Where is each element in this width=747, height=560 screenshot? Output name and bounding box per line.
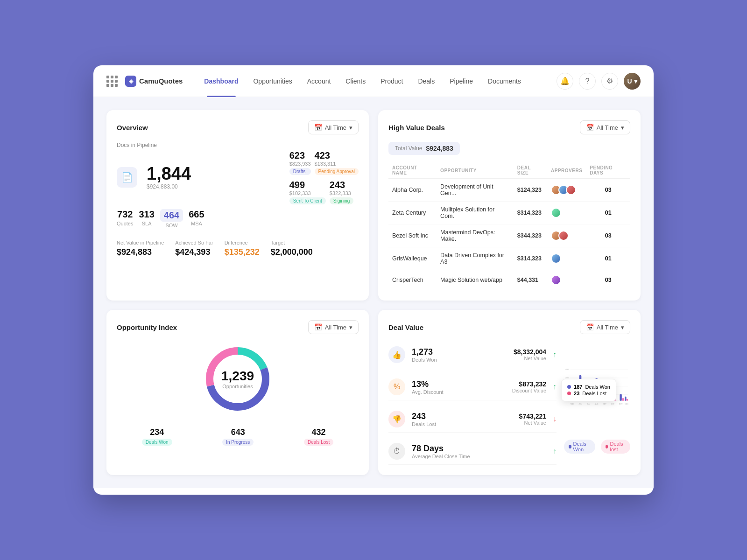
total-value-amount: $924,883 <box>426 145 453 152</box>
overview-header: Overview 📅 All Time ▾ <box>117 120 359 134</box>
settings-button[interactable]: ⚙ <box>601 73 618 90</box>
svg-text:MAY: MAY <box>571 403 574 405</box>
high-value-filter-btn[interactable]: 📅 All Time ▾ <box>580 120 630 134</box>
stat-msa-num: 665 <box>189 209 204 220</box>
deal-approvers <box>547 179 586 202</box>
deal-account: Bezel Soft Inc <box>388 224 437 247</box>
donut-center: 1,239 Opportunities <box>221 369 254 389</box>
svg-rect-29 <box>627 399 628 401</box>
overview-filter-label: All Time <box>325 124 346 131</box>
metric-difference: Difference $135,232 <box>225 240 260 257</box>
avatar <box>551 208 561 218</box>
svg-rect-28 <box>625 397 627 401</box>
donut-section: 1,239 Opportunities 234 Deals Won 643 In… <box>117 342 359 446</box>
deal-account: GrisWalleque <box>388 247 437 270</box>
docs-right-stats: 623 $823,933 Drafts 423 $133,311 Pending… <box>289 150 359 204</box>
high-value-filter-label: All Time <box>597 124 618 131</box>
stat-quotes-label: Quotes <box>117 221 133 226</box>
dm-close-main: 78 Days Average Deal Close Time <box>412 444 540 459</box>
diff-label: Difference <box>225 240 260 245</box>
table-row: GrisWalleque Data Driven Complex for A3 … <box>388 247 630 270</box>
opp-won-num: 234 <box>142 427 172 437</box>
dm-close-label: Average Deal Close Time <box>412 454 540 459</box>
avatar <box>558 231 569 241</box>
svg-rect-27 <box>622 398 624 400</box>
deal-value-filter-btn[interactable]: 📅 All Time ▾ <box>580 320 630 334</box>
hv-chevron-down-icon: ▾ <box>621 124 624 131</box>
opp-leg-lost: 432 Deals Lost <box>304 427 333 446</box>
nav-links: Dashboard Opportunities Account Clients … <box>197 74 553 89</box>
overview-filter-btn[interactable]: 📅 All Time ▾ <box>308 120 359 134</box>
logo[interactable]: ◈ CamuQuotes <box>125 76 183 87</box>
dm-won-icon: 👍 <box>388 346 405 363</box>
pending-val: $133,311 <box>315 161 359 167</box>
notifications-button[interactable]: 🔔 <box>557 73 573 90</box>
logo-icon: ◈ <box>125 76 136 87</box>
nav-clients[interactable]: Clients <box>339 74 372 89</box>
dm-row-discount: % 13% Avg. Discount $873,232 Discount Va… <box>388 374 557 400</box>
tt-won-num: 187 <box>574 384 582 390</box>
nav-account[interactable]: Account <box>301 74 338 89</box>
nav-deals[interactable]: Deals <box>411 74 441 89</box>
deals-table: ACCOUNT NAME OPPORTUNITY DEAL SIZE APPRO… <box>388 162 630 290</box>
sent-val: $102,333 <box>289 190 326 196</box>
dm-row-close: ⏱ 78 Days Average Deal Close Time ↑ <box>388 438 557 465</box>
dm-lost-trend-icon: ↓ <box>553 415 557 423</box>
metric-achieved: Achieved So Far $424,393 <box>175 240 213 257</box>
target-value: $2,000,000 <box>271 247 313 257</box>
opp-title: Opportunity Index <box>117 323 177 331</box>
net-value-label: Net Value in Pipeline <box>117 240 164 245</box>
dm-close-icon: ⏱ <box>388 443 405 460</box>
table-row: Zeta Century Mulitplex Solution for Com.… <box>388 202 630 224</box>
stat-quotes: 732 Quotes <box>117 209 133 228</box>
dm-lost-icon: 👎 <box>388 411 405 427</box>
opp-sub: Opportunities <box>221 384 254 389</box>
svg-text:OCT: OCT <box>611 403 615 405</box>
deal-size: $344,323 <box>514 224 547 247</box>
dm-discount-label: Avg. Discount <box>412 389 506 395</box>
nav-dashboard[interactable]: Dashboard <box>197 74 245 89</box>
legend-lost-dot <box>606 445 608 448</box>
svg-rect-26 <box>620 394 621 401</box>
deal-account: CrisperTech <box>388 270 437 290</box>
signing-badge: Sigining <box>330 197 354 204</box>
stat-sla-num: 313 <box>139 209 154 220</box>
nav-opportunities[interactable]: Opportunities <box>247 74 298 89</box>
stat-pair-signing: 243 $322,333 Sigining <box>330 180 354 204</box>
dm-close-trend-icon: ↑ <box>553 447 557 455</box>
dv-chevron-down-icon: ▾ <box>621 324 624 331</box>
deal-account: Zeta Century <box>388 202 437 224</box>
opp-filter-btn[interactable]: 📅 All Time ▾ <box>308 320 359 334</box>
col-size: DEAL SIZE <box>514 162 547 179</box>
metric-net-value: Net Value in Pipeline $924,883 <box>117 240 164 257</box>
tt-lost-dot <box>567 392 571 395</box>
high-value-header: High Value Deals 📅 All Time ▾ <box>388 120 630 134</box>
nav-documents[interactable]: Documents <box>481 74 528 89</box>
app-container: ◈ CamuQuotes Dashboard Opportunities Acc… <box>93 65 654 495</box>
opportunity-index-card: Opportunity Index 📅 All Time ▾ <box>106 310 369 475</box>
bottom-metrics: Net Value in Pipeline $924,883 Achieved … <box>117 240 359 257</box>
achieved-value: $424,393 <box>175 247 213 257</box>
legend-lost: Deals lost <box>601 440 630 454</box>
stat-sla: 313 SLA <box>139 209 154 228</box>
avatar <box>551 253 561 264</box>
help-button[interactable]: ? <box>579 73 596 90</box>
diff-value: $135,232 <box>225 247 260 257</box>
metric-target: Target $2,000,000 <box>271 240 313 257</box>
deal-approvers <box>547 247 586 270</box>
deal-approvers <box>547 202 586 224</box>
tt-lost-row: 23 Deals Lost <box>567 391 610 396</box>
deal-opp: Mulitplex Solution for Com. <box>437 202 514 224</box>
user-avatar[interactable]: U ▾ <box>624 73 641 90</box>
pending-num: 423 <box>315 150 359 161</box>
deal-value-inner: 👍 1,273 Deals Won $8,332,004 Net Value ↑ <box>388 342 630 465</box>
deal-opp: Data Driven Complex for A3 <box>437 247 514 270</box>
opp-lost-label: Deals Lost <box>304 439 333 446</box>
dm-lost-main: 243 Deals Lost <box>412 412 513 427</box>
dm-lost-value: $743,221 Net Value <box>519 413 546 426</box>
stat-sow: 464 SOW <box>160 209 183 228</box>
dm-close-num: 78 Days <box>412 444 540 454</box>
nav-pipeline[interactable]: Pipeline <box>443 74 479 89</box>
nav-product[interactable]: Product <box>374 74 409 89</box>
grid-menu-icon[interactable] <box>106 76 118 87</box>
